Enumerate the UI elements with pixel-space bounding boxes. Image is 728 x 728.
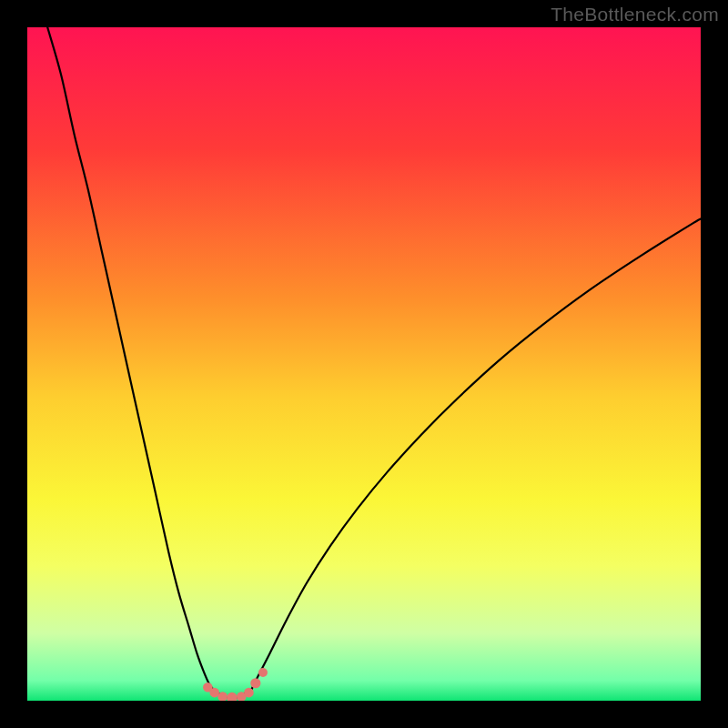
watermark-text: TheBottleneck.com (551, 4, 719, 25)
trough-marker (258, 668, 268, 677)
chart-svg (27, 27, 701, 701)
gradient-background (27, 27, 701, 701)
trough-marker (244, 688, 254, 698)
figure-frame: TheBottleneck.com (0, 0, 728, 728)
trough-marker (250, 678, 260, 688)
plot-area (27, 27, 701, 701)
